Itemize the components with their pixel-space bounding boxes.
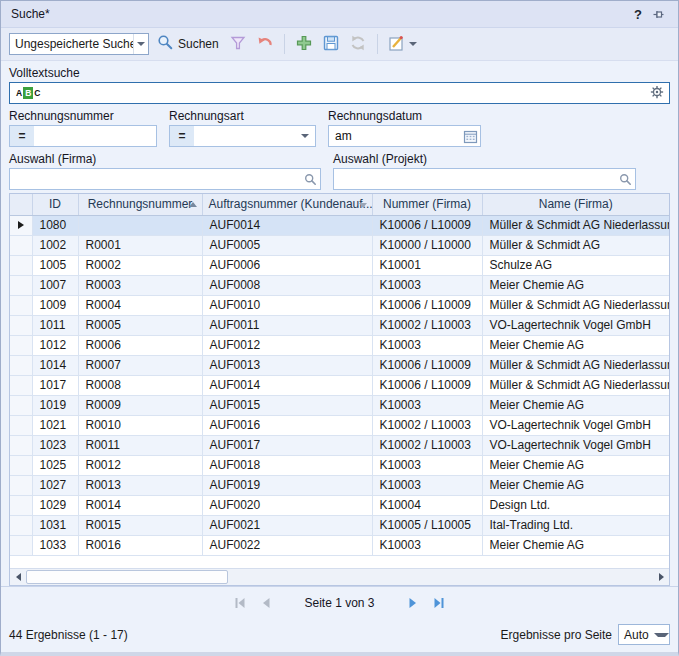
table-row[interactable]: 1027R0013AUF0019K10003Meier Chemie AG xyxy=(10,475,669,495)
table-row[interactable]: 1014R0007AUF0013K10006 / L10009Müller & … xyxy=(10,355,669,375)
cell: 1002 xyxy=(32,235,78,255)
filter-dropdown-icon[interactable] xyxy=(359,203,367,208)
table-row[interactable]: 1012R0006AUF0012K10003Meier Chemie AG xyxy=(10,335,669,355)
cell: K10003 xyxy=(372,395,482,415)
invoice-type-dropdown[interactable]: = xyxy=(169,125,316,147)
table-row[interactable]: 1009R0004AUF0010K10006 / L10009Müller & … xyxy=(10,295,669,315)
cell: 1014 xyxy=(32,355,78,375)
operator-badge[interactable]: = xyxy=(170,126,194,146)
table-row[interactable]: 1005R0002AUF0006K10001Schulze AG xyxy=(10,255,669,275)
row-indicator xyxy=(10,395,32,415)
scrollbar-track[interactable] xyxy=(26,569,653,585)
gear-icon[interactable] xyxy=(650,85,664,102)
cell: Meier Chemie AG xyxy=(482,455,669,475)
filter-button[interactable] xyxy=(227,33,249,56)
cell: 1029 xyxy=(32,495,78,515)
column-header-name-firma[interactable]: Name (Firma) xyxy=(482,194,669,215)
column-header-id[interactable]: ID xyxy=(32,194,78,215)
table-row[interactable]: 1025R0012AUF0018K10003Meier Chemie AG xyxy=(10,455,669,475)
cell: R0008 xyxy=(78,375,202,395)
calendar-icon[interactable] xyxy=(460,129,480,144)
toolbar-separator xyxy=(377,34,378,54)
table-row[interactable]: 1021R0010AUF0016K10002 / L10003VO-Lagert… xyxy=(10,415,669,435)
cell: AUF0006 xyxy=(202,255,372,275)
column-header-rechnungsnummer[interactable]: Rechnungsnummer xyxy=(78,194,202,215)
cell: Müller & Schmidt AG xyxy=(482,235,669,255)
invoice-date-input[interactable]: am xyxy=(328,125,481,147)
column-header-auftragsnummer[interactable]: Auftragsnummer (Kundenauf... xyxy=(202,194,372,215)
row-indicator xyxy=(10,475,32,495)
cell: R0002 xyxy=(78,255,202,275)
cell: 1019 xyxy=(32,395,78,415)
first-page-icon[interactable] xyxy=(234,597,246,609)
cell: R0004 xyxy=(78,295,202,315)
company-lookup-input[interactable] xyxy=(9,168,321,190)
search-button[interactable]: Suchen xyxy=(154,32,222,56)
save-button[interactable] xyxy=(320,33,342,56)
pin-icon[interactable] xyxy=(648,5,668,23)
table-row[interactable]: 1029R0014AUF0020K10004Design Ltd. xyxy=(10,495,669,515)
cell: AUF0012 xyxy=(202,335,372,355)
table-row[interactable]: 1019R0009AUF0015K10003Meier Chemie AG xyxy=(10,395,669,415)
table-row[interactable]: 1031R0015AUF0021K10005 / L10005Ital-Trad… xyxy=(10,515,669,535)
cell: K10003 xyxy=(372,475,482,495)
refresh-button[interactable] xyxy=(347,33,369,56)
invoice-number-label: Rechnungsnummer xyxy=(9,109,157,123)
operator-text[interactable]: am xyxy=(329,129,352,143)
chevron-down-icon[interactable] xyxy=(409,42,417,46)
invoice-number-input[interactable]: = xyxy=(9,125,157,147)
cell: AUF0013 xyxy=(202,355,372,375)
table-row[interactable]: 1007R0003AUF0008K10003Meier Chemie AG xyxy=(10,275,669,295)
cell: K10003 xyxy=(372,335,482,355)
cell: K10003 xyxy=(372,275,482,295)
saved-search-dropdown[interactable]: Ungespeicherte Suche xyxy=(9,33,149,55)
chevron-down-icon[interactable] xyxy=(295,134,315,138)
scrollbar-thumb[interactable] xyxy=(26,570,228,584)
toolbar: Ungespeicherte Suche Suchen xyxy=(1,28,678,61)
add-button[interactable] xyxy=(293,33,315,56)
cell: K10001 xyxy=(372,255,482,275)
cell: Müller & Schmidt AG Niederlassung Ha... xyxy=(482,375,669,395)
last-page-icon[interactable] xyxy=(433,597,445,609)
row-indicator xyxy=(10,355,32,375)
operator-badge[interactable]: = xyxy=(10,126,34,146)
search-icon[interactable] xyxy=(615,173,635,186)
table-row[interactable]: 1017R0008AUF0014K10006 / L10009Müller & … xyxy=(10,375,669,395)
per-page-label: Ergebnisse pro Seite xyxy=(501,628,612,642)
cell: Müller & Schmidt AG Niederlassung Ha... xyxy=(482,215,669,235)
edit-button[interactable] xyxy=(386,33,420,56)
cell: AUF0008 xyxy=(202,275,372,295)
chevron-down-icon[interactable] xyxy=(133,34,148,54)
window-title: Suche* xyxy=(11,7,50,21)
invoice-date-field: Rechnungsdatum am xyxy=(328,109,481,147)
cell: AUF0014 xyxy=(202,215,372,235)
cell: Ital-Trading Ltd. xyxy=(482,515,669,535)
cell: AUF0014 xyxy=(202,375,372,395)
table-row[interactable]: 1023R0011AUF0017K10002 / L10003VO-Lagert… xyxy=(10,435,669,455)
table-row[interactable]: 1033R0016AUF0022K10003Meier Chemie AG xyxy=(10,535,669,555)
cell: VO-Lagertechnik Vogel GmbH xyxy=(482,415,669,435)
scroll-right-icon[interactable] xyxy=(653,569,669,585)
horizontal-scrollbar[interactable] xyxy=(10,568,669,585)
cell: 1011 xyxy=(32,315,78,335)
undo-button[interactable] xyxy=(254,33,276,56)
cell: AUF0022 xyxy=(202,535,372,555)
search-icon[interactable] xyxy=(300,173,320,186)
cell: 1021 xyxy=(32,415,78,435)
row-indicator xyxy=(10,235,32,255)
column-header-nummer-firma[interactable]: Nummer (Firma) xyxy=(372,194,482,215)
table-row[interactable]: 1080AUF0014K10006 / L10009Müller & Schmi… xyxy=(10,215,669,235)
table-row[interactable]: 1002R0001AUF0005K10000 / L10000Müller & … xyxy=(10,235,669,255)
scroll-left-icon[interactable] xyxy=(10,569,26,585)
cell: 1025 xyxy=(32,455,78,475)
next-page-icon[interactable] xyxy=(407,597,419,609)
previous-page-icon[interactable] xyxy=(260,597,272,609)
chevron-down-icon[interactable] xyxy=(649,633,669,637)
per-page-dropdown[interactable]: Auto xyxy=(618,624,670,645)
table-row[interactable]: 1011R0005AUF0011K10002 / L10003VO-Lagert… xyxy=(10,315,669,335)
fulltext-input[interactable]: ABC xyxy=(9,82,670,104)
cell: 1009 xyxy=(32,295,78,315)
help-button[interactable]: ? xyxy=(628,5,648,23)
project-lookup-input[interactable] xyxy=(333,168,636,190)
pager-panel: Seite 1 von 3 44 Ergebnisse (1 - 17) Erg… xyxy=(1,586,678,653)
